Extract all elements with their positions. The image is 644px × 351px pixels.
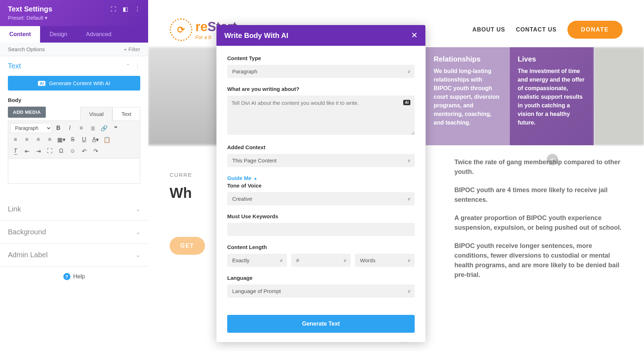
preset-dropdown[interactable]: Preset: Default ▾ (0, 15, 148, 26)
link-section[interactable]: Link ⌄ (0, 198, 148, 221)
editor-tab-text[interactable]: Text (112, 107, 140, 121)
editor-toolbar: Paragraph B I ≡ ≣ 🔗 ❝ ≡ ≡ ≡ ≡ ▦▾ S U A▾ … (8, 121, 140, 159)
clear-format-icon[interactable]: T̲ (10, 146, 20, 156)
chevron-down-icon: ⌄ (136, 252, 140, 258)
content-type-label: Content Type (227, 55, 415, 61)
language-label: Language (227, 275, 415, 281)
keywords-label: Must Use Keywords (227, 213, 415, 219)
editor-textarea[interactable] (8, 159, 140, 184)
ai-corner-badge[interactable]: AI (403, 100, 410, 105)
align-center-icon[interactable]: ≡ (22, 135, 32, 145)
keywords-input[interactable] (227, 223, 415, 236)
redo-icon[interactable]: ↷ (91, 146, 101, 156)
collapse-icon[interactable]: ⌃ (126, 63, 130, 69)
get-button-partial[interactable]: GET (170, 237, 205, 255)
content-length-label: Content Length (227, 244, 415, 250)
paragraph-dropdown[interactable]: Paragraph (10, 123, 52, 133)
stat-text-1: Twice the rate of gang membership compar… (454, 157, 623, 177)
card-lives-text: The investment of time and energy and th… (518, 67, 586, 127)
card-lives-title: Lives (518, 55, 586, 63)
underline-icon[interactable]: U (79, 135, 89, 145)
tone-select[interactable]: Creative (227, 192, 415, 205)
triangle-up-icon: ▲ (254, 176, 258, 180)
add-media-button[interactable]: ADD MEDIA (8, 107, 46, 118)
modal-title: Write Body With AI (224, 31, 288, 40)
paste-icon[interactable]: 📋 (102, 135, 112, 145)
section-more-icon[interactable]: ⋮ (135, 63, 140, 69)
ai-badge-icon: AI (38, 81, 45, 86)
nav-contact[interactable]: CONTACT US (516, 26, 557, 33)
align-right-icon[interactable]: ≡ (33, 135, 43, 145)
donate-button[interactable]: DONATE (567, 21, 623, 39)
content-type-select[interactable]: Paragraph (227, 65, 415, 78)
settings-sidebar: Text Settings ⛶ ◧ ⋮ Preset: Default ▾ Co… (0, 0, 148, 351)
generate-content-ai-button[interactable]: AI Generate Content With AI (8, 76, 140, 91)
special-char-icon[interactable]: Ω (56, 146, 66, 156)
admin-label-section[interactable]: Admin Label ⌄ (0, 244, 148, 267)
tab-content[interactable]: Content (0, 26, 40, 43)
language-select[interactable]: Language of Prompt (227, 284, 415, 298)
help-icon: ? (63, 273, 70, 280)
dock-icon[interactable]: ◧ (123, 6, 128, 13)
close-icon[interactable]: ✕ (411, 31, 418, 40)
card-relationships-title: Relationships (434, 55, 502, 63)
table-icon[interactable]: ▦▾ (56, 135, 66, 145)
expand-icon[interactable]: ⛶ (111, 6, 116, 13)
length-unit-select[interactable]: Words (355, 254, 415, 267)
align-left-icon[interactable]: ≡ (10, 135, 20, 145)
emoji-icon[interactable]: ☺ (68, 146, 78, 156)
generate-text-button[interactable]: Generate Text (227, 315, 415, 333)
editor-tab-visual[interactable]: Visual (80, 107, 113, 121)
help-link[interactable]: ? Help (0, 267, 148, 287)
tab-advanced[interactable]: Advanced (77, 26, 121, 43)
card-relationships-text: We build long-lasting relationships with… (434, 67, 502, 127)
chevron-down-icon: ⌄ (136, 229, 140, 235)
stat-text-4: BIPOC youth receive longer sentences, mo… (454, 241, 623, 280)
text-section-title: Text (8, 62, 21, 70)
search-options-input[interactable] (8, 46, 124, 52)
logo-icon: ⟳ (170, 18, 192, 41)
stat-text-3: A greater proportion of BIPOC youth expe… (454, 213, 623, 233)
undo-icon[interactable]: ↶ (79, 146, 89, 156)
body-label: Body (8, 97, 140, 103)
guide-me-link[interactable]: Guide Me▲ (227, 175, 257, 181)
tone-label: Tone of Voice (227, 182, 415, 189)
added-context-label: Added Context (227, 144, 415, 150)
indent-icon[interactable]: ⇥ (33, 146, 43, 156)
nav-about[interactable]: ABOUT US (472, 26, 505, 33)
align-justify-icon[interactable]: ≡ (45, 135, 55, 145)
strike-icon[interactable]: S (68, 135, 78, 145)
length-mode-select[interactable]: Exactly (227, 254, 287, 267)
ai-modal: Write Body With AI ✕ Content Type Paragr… (216, 25, 425, 342)
link-icon[interactable]: 🔗 (99, 123, 109, 133)
background-section[interactable]: Background ⌄ (0, 221, 148, 244)
stat-text-2: BIPOC youth are 4 times more likely to r… (454, 185, 623, 205)
fullscreen-icon[interactable]: ⛶ (45, 146, 55, 156)
bold-icon[interactable]: B (53, 123, 63, 133)
outdent-icon[interactable]: ⇤ (22, 146, 32, 156)
italic-icon[interactable]: I (65, 123, 75, 133)
length-number-input[interactable] (291, 254, 351, 267)
writing-about-label: What are you writing about? (227, 86, 415, 92)
writing-about-textarea[interactable] (227, 96, 415, 135)
chevron-down-icon: ⌄ (136, 206, 140, 213)
filter-button[interactable]: + Filter (124, 46, 140, 52)
text-color-icon[interactable]: A▾ (91, 135, 101, 145)
panel-title: Text Settings (8, 5, 52, 13)
quote-icon[interactable]: ❝ (111, 123, 121, 133)
added-context-select[interactable]: This Page Content (227, 154, 415, 167)
ordered-list-icon[interactable]: ≣ (88, 123, 98, 133)
tab-design[interactable]: Design (40, 26, 77, 43)
unordered-list-icon[interactable]: ≡ (76, 123, 86, 133)
more-icon[interactable]: ⋮ (135, 6, 140, 13)
